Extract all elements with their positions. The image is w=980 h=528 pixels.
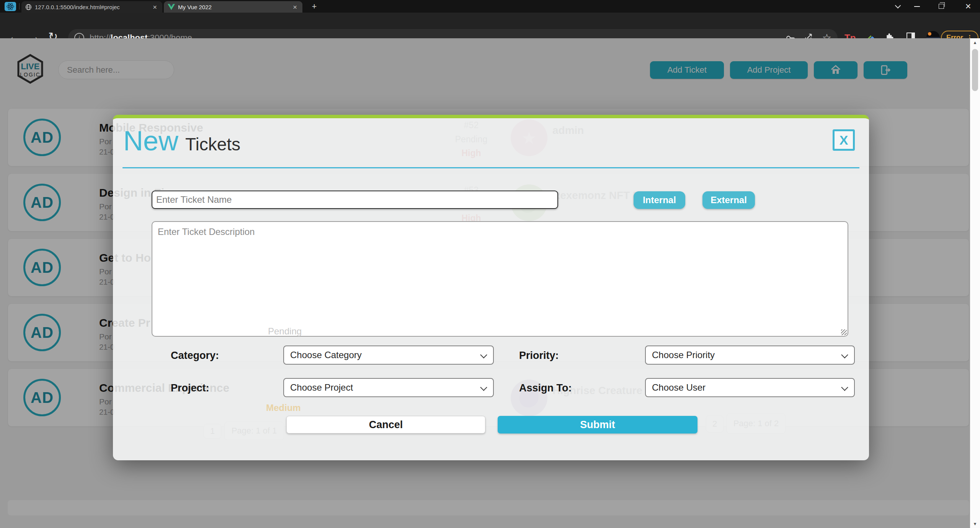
assign-to-select-value: Choose User	[652, 382, 706, 393]
tab-list-menu-button[interactable]	[889, 0, 906, 13]
chevron-down-icon	[841, 351, 848, 358]
react-atom-icon	[6, 2, 15, 11]
cancel-button[interactable]: Cancel	[286, 416, 485, 433]
window-restore-button[interactable]	[933, 0, 950, 13]
assign-to-label: Assign To:	[519, 380, 572, 396]
window-minimize-button[interactable]	[908, 0, 926, 13]
tab-close-icon[interactable]: ×	[151, 3, 158, 11]
assign-to-select[interactable]: Choose User	[645, 378, 855, 397]
new-tab-button[interactable]: +	[309, 2, 319, 12]
scroll-up-arrow[interactable]: ▲	[970, 38, 980, 47]
project-select[interactable]: Choose Project	[283, 378, 494, 397]
tab-localhost-5500[interactable]: 127.0.0.1:5500/index.html#projec ×	[21, 1, 162, 13]
priority-label: Priority:	[519, 348, 559, 363]
tab-title: 127.0.0.1:5500/index.html#projec	[35, 4, 148, 10]
minimize-icon	[914, 6, 920, 7]
browser-toolbar: ← → ↻ i http://localhost:3000/home ☆ Tp	[0, 13, 980, 38]
scroll-down-arrow[interactable]: ▼	[970, 520, 980, 528]
category-select[interactable]: Choose Category	[283, 345, 494, 365]
external-button[interactable]: External	[702, 191, 755, 209]
project-label: Project:	[171, 380, 209, 396]
ticket-name-input[interactable]	[152, 191, 558, 209]
globe-icon	[25, 4, 32, 10]
ticket-description-textarea[interactable]	[152, 221, 848, 337]
browser-tab-bar: 127.0.0.1:5500/index.html#projec × My Vu…	[0, 0, 980, 13]
vue-icon	[168, 4, 175, 10]
category-select-value: Choose Category	[290, 350, 362, 360]
modal-title-rest: Tickets	[185, 134, 240, 155]
new-ticket-modal: New Tickets X Internal External Pending …	[113, 115, 869, 460]
restore-icon	[939, 4, 944, 9]
chevron-down-icon	[841, 384, 848, 391]
textarea-resize-handle[interactable]	[841, 329, 847, 335]
window-close-button[interactable]: ×	[959, 0, 977, 13]
modal-title: New Tickets	[123, 125, 240, 156]
chevron-down-icon	[480, 351, 487, 358]
background-ghost-priority: Medium	[266, 403, 301, 413]
modal-close-button[interactable]: X	[833, 129, 855, 151]
project-select-value: Choose Project	[290, 382, 353, 393]
react-devtools-icon[interactable]	[5, 2, 16, 11]
internal-button[interactable]: Internal	[634, 191, 685, 209]
scrollbar-thumb[interactable]	[972, 49, 978, 91]
tab-title: My Vue 2022	[178, 4, 288, 10]
vertical-scrollbar[interactable]: ▲ ▼	[970, 38, 980, 528]
priority-select-value: Choose Priority	[652, 350, 715, 360]
submit-button[interactable]: Submit	[498, 416, 697, 433]
tab-close-icon[interactable]: ×	[291, 3, 299, 11]
tab-separator	[19, 3, 20, 10]
category-label: Category:	[171, 348, 219, 363]
chevron-down-icon	[895, 3, 901, 9]
tab-my-vue-2022[interactable]: My Vue 2022 ×	[164, 1, 302, 13]
chevron-down-icon	[480, 384, 487, 391]
screen: 127.0.0.1:5500/index.html#projec × My Vu…	[0, 0, 980, 528]
priority-select[interactable]: Choose Priority	[645, 345, 855, 365]
title-divider	[122, 167, 859, 168]
modal-title-accent: New	[123, 125, 178, 156]
